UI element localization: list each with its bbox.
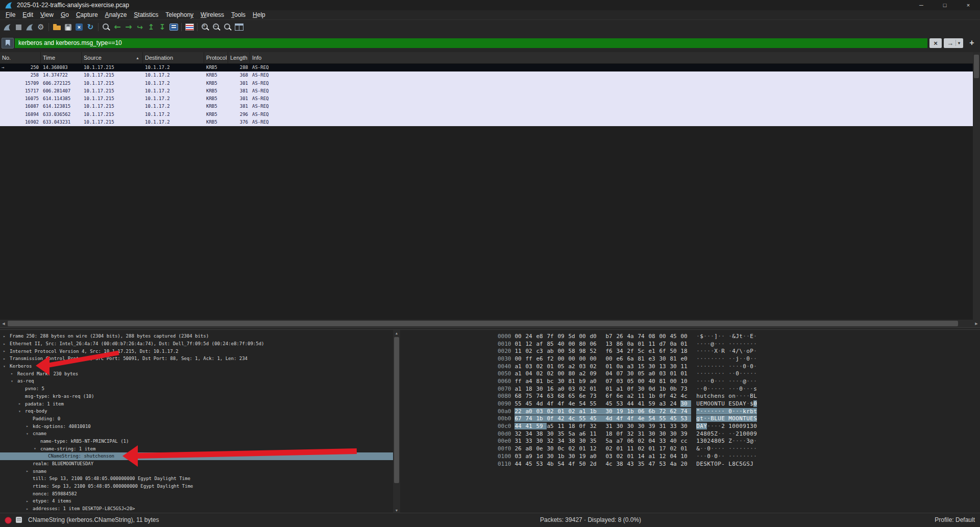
detail-row[interactable]: name-type: kRB5-NT-PRINCIPAL (1) [0, 438, 393, 445]
hex-byte[interactable]: 11 [638, 393, 648, 399]
ascii-char[interactable]: 0 [707, 445, 710, 452]
hex-byte[interactable]: a4 [525, 378, 536, 385]
hex-byte[interactable]: 80 [568, 370, 579, 377]
hex-byte[interactable]: 26 [514, 445, 525, 452]
ascii-char[interactable]: 0 [703, 438, 707, 444]
go-to-packet-icon[interactable]: ↪ [134, 21, 145, 33]
ascii-char[interactable]: O [707, 400, 710, 407]
ascii-char[interactable]: 0 [750, 430, 753, 437]
ascii-char[interactable]: 9 [753, 430, 757, 437]
hex-byte[interactable]: 41 [638, 400, 648, 407]
hex-byte[interactable]: 00 [638, 378, 648, 385]
hex-byte[interactable]: 30 [680, 423, 691, 429]
hex-byte[interactable]: 0b [670, 386, 680, 392]
zoom-normal-icon[interactable] [222, 21, 233, 33]
ascii-char[interactable]: · [714, 370, 718, 377]
hex-byte[interactable]: 06 [627, 438, 638, 444]
detail-row[interactable]: ▸padata: 1 item [0, 400, 393, 408]
expander-open-icon[interactable]: ▾ [34, 446, 40, 451]
expander-open-icon[interactable]: ▾ [3, 364, 10, 369]
column-header-length[interactable]: Length [228, 52, 250, 63]
ascii-char[interactable]: · [736, 453, 739, 460]
ascii-char[interactable]: · [746, 445, 750, 452]
details-vertical-scrollbar[interactable]: ▲ ▼ [393, 330, 400, 514]
hex-byte[interactable]: 00 [557, 348, 568, 354]
ascii-char[interactable]: · [725, 386, 732, 392]
ascii-char[interactable]: E [750, 415, 753, 422]
ascii-char[interactable]: · [750, 341, 753, 347]
ascii-char[interactable]: · [736, 341, 739, 347]
ascii-char[interactable]: L [753, 393, 757, 399]
hex-byte[interactable]: 31 [638, 430, 648, 437]
menu-capture[interactable]: Capture [72, 11, 102, 18]
ascii-char[interactable]: B [750, 393, 753, 399]
menu-go[interactable]: Go [57, 11, 72, 18]
ascii-char[interactable]: · [746, 333, 750, 340]
ascii-char[interactable]: · [732, 445, 736, 452]
hex-byte[interactable]: 04 [648, 438, 659, 444]
ascii-char[interactable]: Y [743, 400, 746, 407]
filter-apply-button[interactable]: → ▾ [944, 38, 963, 48]
hex-byte[interactable]: 17 [659, 445, 670, 452]
hex-byte[interactable]: 05 [557, 363, 568, 370]
hex-byte[interactable]: 47 [648, 461, 659, 467]
hex-byte[interactable]: a8 [525, 445, 536, 452]
ascii-char[interactable]: j [736, 355, 739, 362]
hex-byte[interactable]: 02 [547, 408, 557, 415]
hex-row[interactable]: 0040a103020105a20302010aa31530133011····… [498, 363, 757, 370]
ascii-char[interactable]: 5 [739, 461, 743, 467]
hex-byte[interactable]: a1 [514, 370, 525, 377]
hex-byte[interactable]: 1b [659, 386, 670, 392]
hex-byte[interactable]: a6 [579, 430, 590, 437]
ascii-char[interactable]: · [707, 386, 710, 392]
hex-byte[interactable]: 01 [590, 386, 600, 392]
hex-byte[interactable]: 5c [638, 348, 648, 354]
expander-open-icon[interactable]: ▾ [11, 379, 17, 384]
ascii-char[interactable]: · [707, 408, 710, 415]
ascii-char[interactable]: 0 [739, 423, 743, 429]
ascii-char[interactable]: · [718, 386, 721, 392]
detail-row[interactable]: ▸Internet Protocol Version 4, Src: 10.1.… [0, 347, 393, 355]
ascii-char[interactable]: 3 [750, 423, 753, 429]
ascii-char[interactable]: · [710, 453, 714, 460]
ascii-char[interactable]: · [721, 333, 725, 340]
ascii-char[interactable]: · [714, 408, 718, 415]
ascii-char[interactable]: · [710, 386, 714, 392]
hex-row[interactable]: 0070a1183016a003020101a10f300d1b0b73··0·… [498, 385, 757, 393]
ascii-char[interactable]: 4 [710, 438, 714, 444]
ascii-char[interactable]: · [696, 363, 700, 370]
hex-byte[interactable]: a7 [616, 438, 627, 444]
hex-byte[interactable]: 75 [525, 393, 536, 399]
ascii-char[interactable]: 2 [707, 438, 710, 444]
ascii-char[interactable]: 4 [732, 348, 736, 354]
ascii-char[interactable]: · [732, 341, 736, 347]
ascii-char[interactable]: · [700, 348, 703, 354]
ascii-char[interactable]: · [732, 355, 736, 362]
ascii-char[interactable]: · [721, 341, 725, 347]
ascii-char[interactable]: · [703, 333, 707, 340]
ascii-char[interactable]: · [718, 348, 721, 354]
packet-row[interactable]: 15709606.27212510.1.17.21510.1.17.2KRB53… [0, 80, 973, 87]
hex-byte[interactable]: 30 [627, 423, 638, 429]
hex-row[interactable]: 00c0444159a511180f323130303039313330DAY·… [498, 422, 757, 430]
hex-byte[interactable]: 00 [557, 370, 568, 377]
hex-byte[interactable]: 00 [579, 355, 590, 362]
hex-byte[interactable]: cc [680, 438, 691, 444]
ascii-char[interactable]: · [746, 341, 750, 347]
hex-byte[interactable]: 01 [680, 341, 691, 347]
filter-bookmark-button[interactable] [2, 38, 14, 49]
hex-byte[interactable]: 6a [627, 355, 638, 362]
ascii-char[interactable]: S [732, 400, 736, 407]
hex-byte[interactable]: 00 [590, 355, 600, 362]
hex-byte[interactable]: 42 [557, 415, 568, 422]
hex-byte[interactable]: 30 [648, 430, 659, 437]
ascii-char[interactable]: · [746, 363, 750, 370]
ascii-char[interactable]: B [710, 415, 714, 422]
scrollbar-thumb[interactable] [974, 55, 979, 78]
hex-byte[interactable]: 01 [557, 408, 568, 415]
hex-byte[interactable]: 18 [600, 430, 616, 437]
hex-byte[interactable]: 74 [525, 415, 536, 422]
detail-row[interactable]: rtime: Sep 13, 2100 05:48:05.000000000 E… [0, 483, 393, 490]
hex-byte[interactable]: 03 [525, 363, 536, 370]
hex-byte[interactable]: 39 [680, 430, 691, 437]
